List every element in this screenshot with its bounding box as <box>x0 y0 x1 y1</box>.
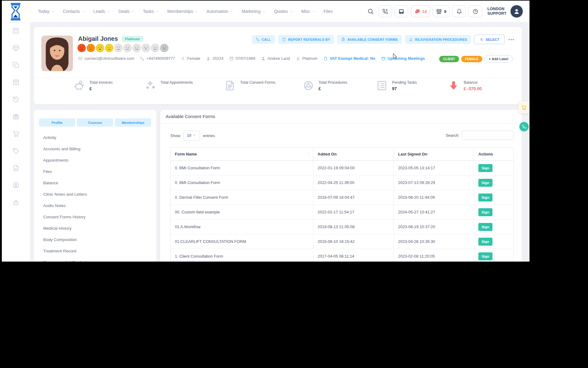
menu-item-treatment-record[interactable]: Treatment Record <box>43 248 89 255</box>
rating-face-5-icon[interactable] <box>114 44 123 52</box>
consent-forms-table: Form NameAdded OnLast Signed OnActions 0… <box>170 147 514 262</box>
phone-float-button[interactable] <box>519 122 529 131</box>
stat-total-appointments: Total Appointments <box>145 80 193 91</box>
notifications-button[interactable] <box>452 6 466 17</box>
sidebar-calendar-12[interactable]: 12 <box>2 22 30 39</box>
menu-item-consent-forms-history[interactable]: Consent Forms History <box>43 214 89 220</box>
menu-item-body-composition[interactable]: Body Composition <box>43 236 89 243</box>
messages-button[interactable]: 14 <box>411 6 430 17</box>
card-title: Available Consent Forms <box>166 114 215 119</box>
arch-icon <box>409 37 413 41</box>
cart-float-button[interactable] <box>518 101 530 113</box>
nav-item-automation[interactable]: Automation <box>206 9 233 14</box>
more-actions-button[interactable]: ••• <box>508 35 515 44</box>
rating-face-10-icon[interactable] <box>160 44 168 52</box>
column-header-last-signed-on[interactable]: Last Signed On <box>394 148 474 161</box>
tab-courses[interactable]: Courses <box>77 118 113 127</box>
sidebar-cube[interactable] <box>2 39 30 56</box>
sidebar-report[interactable] <box>2 159 30 177</box>
sign-button[interactable]: Sign <box>478 238 492 246</box>
tasks-icon <box>376 80 388 91</box>
menu-item-files[interactable]: Files <box>43 168 89 175</box>
stat-total-procedures: Total Procedures£ <box>303 80 347 91</box>
sidebar-support[interactable] <box>2 177 30 194</box>
contact-upcoming-meetings[interactable]: Upcoming Meetings <box>381 56 425 61</box>
call-button[interactable]: CALL <box>252 35 275 44</box>
sign-button[interactable]: Sign <box>478 194 492 201</box>
entries-select[interactable]: 10 <box>183 131 200 140</box>
search-input[interactable] <box>462 131 513 140</box>
sidebar-history[interactable] <box>2 91 30 108</box>
inbox-button[interactable] <box>395 6 408 17</box>
contact-447490009777: +447490009777 <box>140 56 175 61</box>
user-avatar[interactable] <box>511 5 523 17</box>
sign-button[interactable]: Sign <box>478 223 492 231</box>
nav-item-leads[interactable]: Leads <box>93 9 110 14</box>
nav-item-quotes[interactable]: Quotes <box>274 9 293 14</box>
nav-item-misc[interactable]: Misc <box>301 9 315 14</box>
sign-button[interactable]: Sign <box>478 252 492 260</box>
select-button[interactable]: SELECT <box>474 35 505 44</box>
column-header-added-on[interactable]: Added On <box>313 148 394 161</box>
rating-face-7-icon[interactable] <box>133 44 141 52</box>
nav-item-contacts[interactable]: Contacts <box>63 9 85 14</box>
sidebar-cart[interactable] <box>2 125 30 142</box>
file-pen-icon <box>341 37 345 41</box>
menu-item-activity[interactable]: Activity <box>43 134 89 141</box>
sidebar-copy[interactable] <box>2 56 30 74</box>
table-row: 1. Client Consultation Form2017-04-05 08… <box>171 249 514 262</box>
client-labels: CLIENT FEMALE + Add Label <box>439 55 513 63</box>
client-name: Abigail Jones <box>78 35 118 42</box>
tab-profile[interactable]: Profile <box>39 118 75 127</box>
nav-item-marketing[interactable]: Marketing <box>242 9 266 14</box>
menu-item-medical-history[interactable]: Medical History <box>43 225 89 232</box>
sidebar-lock[interactable] <box>2 194 30 211</box>
search-icon[interactable] <box>367 8 374 15</box>
menu-item-recommended-products[interactable]: Recommended Products <box>43 259 89 262</box>
available-consent-forms-button[interactable]: AVAILABLE CONSENT FORMS <box>337 35 402 44</box>
sign-button[interactable]: Sign <box>478 208 492 216</box>
table-row: 01.CLEARLIFT CONSULTATION FORM2015-06-10… <box>171 234 514 249</box>
sidebar-calendar-in[interactable] <box>2 74 30 91</box>
menu-item-clinic-notes-and-letters[interactable]: Clinic Notes and Letters <box>43 191 89 198</box>
contact-text: Female <box>187 56 200 61</box>
help-button[interactable] <box>469 6 482 17</box>
menu-item-audio-notes[interactable]: Audio Notes <box>43 202 89 209</box>
cell-actions: Sign <box>474 220 514 234</box>
rating-face-8-icon[interactable] <box>142 44 150 52</box>
sign-button[interactable]: Sign <box>478 164 492 172</box>
rating-face-3-icon[interactable] <box>96 44 104 52</box>
contact-connect-clinicsoftware-com: connect@clinicsoftware.com <box>78 56 134 61</box>
sidebar-tag[interactable] <box>2 142 30 159</box>
report-referrals-by-button[interactable]: REPORT REFERRALS BY <box>278 35 334 44</box>
clinicsoftware-logo-icon[interactable] <box>9 3 22 20</box>
rating-face-6-icon[interactable] <box>123 44 132 52</box>
add-label-button[interactable]: + Add Label <box>484 55 513 63</box>
nav-item-tasks[interactable]: Tasks <box>143 9 159 14</box>
rejuvenation-procedures-button[interactable]: REJUVENATION PROCEDURES <box>405 35 471 44</box>
arrow-down-icon <box>448 80 459 91</box>
rating-face-9-icon[interactable] <box>151 44 159 52</box>
shop-button[interactable]: 8 <box>433 6 450 17</box>
menu-item-balance[interactable]: Balance <box>43 180 89 186</box>
profile-tabs: ProfileCoursesMemberships <box>39 118 151 127</box>
nav-item-deals[interactable]: Deals <box>119 9 135 14</box>
column-header-form-name[interactable]: Form Name <box>171 148 313 161</box>
table-controls: Show 10 entries Search: <box>170 131 513 141</box>
stat-label: Total Consent Forms <box>240 80 275 85</box>
contact-vat-exempt-medical-no[interactable]: VAT Exempt Medical: No <box>323 56 375 61</box>
nav-item-today[interactable]: Today <box>38 9 55 14</box>
nav-item-files[interactable]: Files <box>324 9 333 14</box>
gender-icon <box>181 56 185 61</box>
tab-memberships[interactable]: Memberships <box>115 118 151 127</box>
menu-item-appointments[interactable]: Appointments <box>43 157 89 164</box>
sign-button[interactable]: Sign <box>478 179 492 187</box>
dialer-button[interactable] <box>379 6 392 17</box>
rating-face-1-icon[interactable] <box>77 44 86 52</box>
rating-face-2-icon[interactable] <box>87 44 95 52</box>
client-type-badge: CLIENT <box>439 56 459 62</box>
menu-item-accounts-and-billing[interactable]: Accounts and Billing <box>43 146 89 152</box>
sidebar-gift[interactable] <box>2 108 30 125</box>
rating-face-4-icon[interactable] <box>105 44 113 52</box>
nav-item-memberships[interactable]: Memberships <box>167 9 198 14</box>
